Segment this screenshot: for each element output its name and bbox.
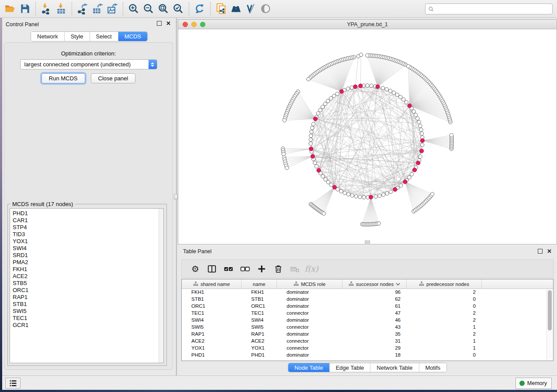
optimization-criterion-select[interactable]: largest connected component (undirected) bbox=[20, 59, 157, 69]
list-item[interactable]: GCR1 bbox=[13, 322, 163, 329]
save-session-icon[interactable] bbox=[17, 1, 32, 16]
canvas-splitter-handle[interactable] bbox=[365, 241, 370, 244]
table-row[interactable]: ORC1ORC1dominator610 bbox=[182, 303, 553, 310]
mcds-result-group: MCDS result (17 nodes) PHD1CAR1STP4TID3Y… bbox=[7, 204, 167, 366]
table-row[interactable]: SWI4SWI4dominator462 bbox=[182, 317, 553, 324]
table-panel-title: Table Panel bbox=[183, 248, 211, 254]
list-item[interactable]: SRD1 bbox=[13, 252, 163, 259]
table-row[interactable]: STB1STB1dominator620 bbox=[182, 296, 553, 303]
show-task-history-button[interactable] bbox=[5, 378, 21, 389]
column-header-shared-name[interactable]: shared name bbox=[182, 279, 242, 289]
table-row[interactable]: PHD1PHD1dominator180 bbox=[182, 352, 553, 359]
import-network-icon[interactable] bbox=[39, 1, 54, 16]
tree-column-icon bbox=[193, 281, 198, 287]
export-table-icon[interactable] bbox=[90, 1, 105, 16]
list-item[interactable]: STB5 bbox=[13, 280, 163, 287]
criterion-value: largest connected component (undirected) bbox=[21, 61, 149, 68]
toggle-birds-eye-icon[interactable] bbox=[258, 1, 273, 16]
list-item[interactable]: STP4 bbox=[13, 224, 163, 231]
mcds-list-scrollbar[interactable] bbox=[159, 209, 163, 363]
list-item[interactable]: TEC1 bbox=[13, 315, 163, 322]
vertical-splitter-handle[interactable] bbox=[174, 194, 178, 199]
list-item[interactable]: PHD1 bbox=[13, 210, 163, 217]
open-session-icon[interactable] bbox=[3, 1, 17, 16]
table-scrollbar-thumb[interactable] bbox=[548, 290, 552, 330]
tab-node-table[interactable]: Node Table bbox=[288, 363, 330, 372]
select-all-rows-icon[interactable] bbox=[220, 262, 237, 275]
table-row[interactable]: TEC1TEC1connector472 bbox=[182, 310, 553, 317]
memory-status-icon bbox=[519, 381, 525, 386]
table-row[interactable]: ACE2ACE2connector311 bbox=[182, 338, 553, 345]
column-header-predecessor-nodes[interactable]: predecessor nodes bbox=[407, 279, 482, 289]
table-row[interactable]: FKH1FKH1dominator962 bbox=[182, 289, 553, 296]
zoom-fit-icon[interactable] bbox=[156, 1, 171, 16]
delete-column-icon[interactable] bbox=[270, 262, 287, 275]
network-canvas[interactable] bbox=[178, 29, 557, 244]
delete-table-icon bbox=[287, 262, 303, 275]
export-image-icon[interactable] bbox=[105, 1, 120, 16]
list-item[interactable]: CAR1 bbox=[13, 217, 163, 224]
status-bar: Memory bbox=[2, 375, 557, 390]
table-settings-icon[interactable]: ⚙ bbox=[187, 262, 204, 275]
memory-button[interactable]: Memory bbox=[515, 378, 552, 389]
table-row[interactable]: YOX1YOX1connector291 bbox=[182, 345, 553, 352]
split-panel-icon[interactable] bbox=[204, 262, 220, 275]
search-network-icon[interactable] bbox=[228, 1, 243, 16]
import-table-icon[interactable] bbox=[54, 1, 69, 16]
float-panel-icon[interactable] bbox=[157, 21, 162, 26]
list-item[interactable]: ORC1 bbox=[13, 287, 163, 294]
mcds-result-title: MCDS result (17 nodes) bbox=[10, 201, 75, 207]
run-mcds-button[interactable]: Run MCDS bbox=[42, 73, 85, 83]
table-panel: Table Panel ✕ ⚙ f(x) bbox=[178, 246, 557, 374]
toggle-graphics-details-icon[interactable] bbox=[243, 1, 258, 16]
add-column-icon[interactable] bbox=[253, 262, 270, 275]
optimization-criterion-label: Optimization criterion: bbox=[4, 50, 173, 57]
network-search-box[interactable] bbox=[425, 3, 553, 14]
select-stepper-icon bbox=[149, 60, 157, 69]
tab-style[interactable]: Style bbox=[65, 32, 90, 41]
desktop-wallpaper-bottom bbox=[0, 390, 557, 392]
float-table-panel-icon[interactable] bbox=[538, 249, 543, 254]
deselect-all-rows-icon[interactable] bbox=[237, 262, 253, 275]
list-item[interactable]: SWI4 bbox=[13, 245, 163, 252]
clone-network-icon[interactable] bbox=[214, 1, 228, 16]
column-header-name[interactable]: name bbox=[242, 279, 277, 289]
zoom-out-icon[interactable] bbox=[141, 1, 156, 16]
toolbar-separator bbox=[72, 2, 72, 15]
table-tabs: Node TableEdge TableNetwork TableMotifs bbox=[288, 363, 447, 372]
list-item[interactable]: TID3 bbox=[13, 231, 163, 238]
list-item[interactable]: STB1 bbox=[13, 301, 163, 308]
tab-select[interactable]: Select bbox=[90, 32, 118, 41]
table-row[interactable]: SWI5SWI5connector431 bbox=[182, 324, 553, 331]
tab-network[interactable]: Network bbox=[31, 32, 65, 41]
list-item[interactable]: YOX1 bbox=[13, 238, 163, 245]
tab-mcds[interactable]: MCDS bbox=[118, 32, 147, 41]
column-header-successor-nodes[interactable]: successor nodes bbox=[343, 279, 407, 289]
tab-network-table[interactable]: Network Table bbox=[370, 363, 419, 372]
list-item[interactable]: PMA2 bbox=[13, 259, 163, 266]
network-window-title: YPA_prune.txt_1 bbox=[178, 21, 557, 28]
list-item[interactable]: FKH1 bbox=[13, 266, 163, 273]
zoom-selected-icon[interactable] bbox=[171, 1, 186, 16]
table-row[interactable]: RAP1RAP1dominator352 bbox=[182, 331, 553, 338]
list-item[interactable]: ACE2 bbox=[13, 273, 163, 280]
close-panel-icon[interactable]: ✕ bbox=[166, 21, 171, 26]
tab-edge-table[interactable]: Edge Table bbox=[329, 363, 370, 372]
search-input[interactable] bbox=[436, 6, 550, 12]
export-network-icon[interactable] bbox=[75, 1, 90, 16]
table-scrollbar[interactable] bbox=[547, 289, 553, 360]
control-panel-tabs: NetworkStyleSelectMCDS bbox=[31, 31, 148, 41]
close-table-panel-icon[interactable]: ✕ bbox=[547, 249, 552, 254]
list-item[interactable]: RAP1 bbox=[13, 294, 163, 301]
close-panel-button[interactable]: Close panel bbox=[91, 73, 136, 83]
list-item[interactable]: SWI5 bbox=[13, 308, 163, 315]
column-header-MCDS-role[interactable]: MCDS role bbox=[277, 279, 343, 289]
zoom-in-icon[interactable] bbox=[126, 1, 141, 16]
control-panel: Control Panel ✕ NetworkStyleSelectMCDS O… bbox=[2, 18, 176, 375]
mcds-result-list[interactable]: PHD1CAR1STP4TID3YOX1SWI4SRD1PMA2FKH1ACE2… bbox=[10, 208, 164, 363]
memory-label: Memory bbox=[527, 380, 547, 386]
tab-motifs[interactable]: Motifs bbox=[419, 363, 446, 372]
node-table-header: shared namenameMCDS rolesuccessor nodesp… bbox=[182, 279, 553, 289]
refresh-icon[interactable] bbox=[192, 1, 207, 16]
network-window-titlebar[interactable]: YPA_prune.txt_1 bbox=[178, 20, 557, 29]
